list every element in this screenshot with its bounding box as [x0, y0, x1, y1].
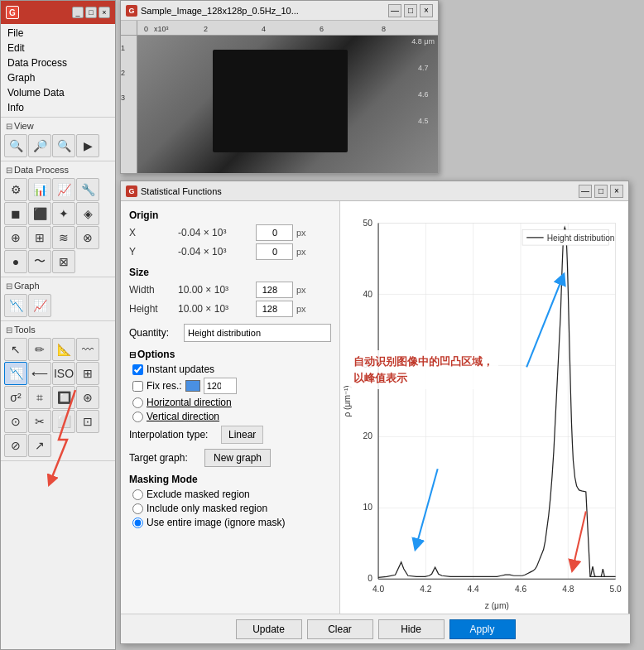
tool-t-15[interactable]: ⬜: [52, 410, 75, 433]
image-window-icon: G: [126, 5, 137, 17]
image-close[interactable]: ×: [420, 4, 433, 17]
tool-dp-11[interactable]: ≋: [52, 226, 75, 249]
tool-dp-10[interactable]: ⊞: [28, 226, 51, 249]
stats-close[interactable]: ×: [610, 185, 623, 198]
interp-value: Linear: [221, 426, 263, 444]
hide-button[interactable]: Hide: [378, 619, 445, 639]
ruler-left: 1 2 3: [121, 36, 137, 173]
annotation-line2: 以峰值表示: [353, 372, 407, 384]
clear-button[interactable]: Clear: [307, 619, 373, 639]
tool-t-18[interactable]: ↗: [28, 434, 51, 457]
tool-t-16[interactable]: ⊡: [76, 410, 99, 433]
tool-dp-7[interactable]: ✦: [52, 202, 75, 225]
menu-edit[interactable]: Edit: [4, 41, 112, 55]
tool-dp-9[interactable]: ⊕: [4, 226, 27, 249]
menu-volume-data[interactable]: Volume Data: [4, 85, 112, 100]
origin-y-row: Y -0.04 × 10³ px: [129, 243, 331, 260]
height-input[interactable]: [256, 301, 293, 317]
tool-t-1[interactable]: ↖: [4, 338, 27, 361]
app-icon: G: [6, 6, 19, 19]
tool-zoom-out[interactable]: 🔍: [52, 134, 75, 157]
tool-dp-6[interactable]: ⬛: [28, 202, 51, 225]
tool-graph-1[interactable]: 📉: [4, 294, 27, 317]
tool-t-4[interactable]: 〰: [76, 338, 99, 361]
tools-toolbar: ↖ ✏ 📐 〰 📉 ⟵ ISO ⊞ σ² ⌗ 🔲 ⊛ ⊙ ✂ ⬜ ⊡ ⊘ ↗: [2, 336, 113, 459]
image-minimize[interactable]: —: [388, 4, 401, 17]
tool-t-10[interactable]: ⌗: [28, 386, 51, 409]
tool-t-9[interactable]: σ²: [4, 386, 27, 409]
tool-t-3[interactable]: 📐: [52, 338, 75, 361]
tool-dp-15[interactable]: ⊠: [52, 250, 75, 273]
stats-left-panel: Origin X -0.04 × 10³ px Y -0.04 × 10³ px…: [121, 201, 340, 643]
mask-entire-radio[interactable]: [132, 518, 143, 528]
tool-zoom-fit[interactable]: 🔍: [4, 134, 27, 157]
horizontal-radio[interactable]: [132, 397, 143, 408]
color-swatch[interactable]: [185, 380, 200, 392]
tool-graph-2[interactable]: 📈: [28, 294, 51, 317]
tool-dp-13[interactable]: ●: [4, 250, 27, 273]
image-title: Sample_Image_128x128p_0.5Hz_10...: [141, 6, 299, 16]
height-value: 10.00 × 10³: [178, 303, 252, 315]
origin-x-input[interactable]: [256, 224, 293, 241]
width-input[interactable]: [256, 282, 293, 298]
mask-include-row: Include only masked region: [129, 503, 331, 514]
menu-data-process[interactable]: Data Process: [4, 55, 112, 70]
ruler-corner: [121, 21, 137, 36]
graph-toolbar: 📉 📈: [2, 292, 113, 319]
stats-minimize[interactable]: —: [579, 185, 592, 198]
width-unit: px: [296, 285, 306, 295]
data-process-section: Data Process ⚙ 📊 📈 🔧 ◼ ⬛ ✦ ◈ ⊕ ⊞ ≋ ⊗ ● 〜…: [1, 161, 115, 277]
menu-file[interactable]: File: [4, 26, 112, 41]
tool-dp-14[interactable]: 〜: [28, 250, 51, 273]
ruler-left-2: 2: [121, 69, 137, 77]
quantity-select[interactable]: [184, 324, 331, 342]
svg-text:0: 0: [368, 574, 372, 583]
close-btn[interactable]: ×: [99, 7, 110, 18]
vertical-radio[interactable]: [132, 412, 143, 422]
tool-dp-2[interactable]: 📊: [28, 178, 51, 201]
instant-updates-checkbox[interactable]: [132, 364, 143, 375]
view-section-label: View: [2, 119, 113, 132]
minimize-btn[interactable]: _: [72, 7, 84, 18]
tool-zoom-in[interactable]: 🔎: [28, 134, 51, 157]
mask-exclude-radio[interactable]: [132, 489, 143, 500]
tool-dp-4[interactable]: 🔧: [76, 178, 99, 201]
scale-47: 4.7: [418, 64, 429, 72]
tool-t-11[interactable]: 🔲: [52, 386, 75, 409]
tool-dp-3[interactable]: 📈: [52, 178, 75, 201]
origin-y-input[interactable]: [256, 243, 293, 260]
maximize-btn[interactable]: □: [85, 7, 97, 18]
image-maximize[interactable]: □: [404, 4, 417, 17]
tool-t-5[interactable]: 📉: [4, 362, 27, 385]
tool-dp-5[interactable]: ◼: [4, 202, 27, 225]
stats-title: Statistical Functions: [141, 186, 222, 196]
tool-view-extra[interactable]: ▶: [76, 134, 99, 157]
stats-icon: G: [126, 185, 137, 197]
tool-t-12[interactable]: ⊛: [76, 386, 99, 409]
update-button[interactable]: Update: [236, 619, 302, 639]
tool-t-8[interactable]: ⊞: [76, 362, 99, 385]
scale-48: 4.8 μm: [411, 37, 435, 46]
tool-dp-8[interactable]: ◈: [76, 202, 99, 225]
tool-dp-12[interactable]: ⊗: [76, 226, 99, 249]
tool-t-7[interactable]: ISO: [52, 362, 75, 385]
fix-res-checkbox[interactable]: [132, 381, 143, 392]
stats-maximize[interactable]: □: [594, 185, 608, 198]
menu-info[interactable]: Info: [4, 100, 112, 115]
tool-t-13[interactable]: ⊙: [4, 410, 27, 433]
res-input[interactable]: [204, 378, 237, 394]
tool-t-2[interactable]: ✏: [28, 338, 51, 361]
mask-exclude-row: Exclude masked region: [129, 489, 331, 500]
tool-dp-1[interactable]: ⚙: [4, 178, 27, 201]
apply-button[interactable]: Apply: [449, 619, 516, 639]
menu-graph[interactable]: Graph: [4, 70, 112, 85]
svg-text:20: 20: [363, 431, 373, 441]
mask-include-radio[interactable]: [132, 503, 143, 514]
stats-chart-panel: 0 10 20 30 40 50 4.0 4.2 4.4 4.6 4.8 5.0…: [340, 201, 628, 643]
tool-t-17[interactable]: ⊘: [4, 434, 27, 457]
new-graph-button[interactable]: New graph: [204, 449, 271, 467]
stats-body: Origin X -0.04 × 10³ px Y -0.04 × 10³ px…: [121, 201, 628, 643]
view-toolbar: 🔍 🔎 🔍 ▶: [2, 132, 113, 159]
tool-t-14[interactable]: ✂: [28, 410, 51, 433]
tool-t-6[interactable]: ⟵: [28, 362, 51, 385]
